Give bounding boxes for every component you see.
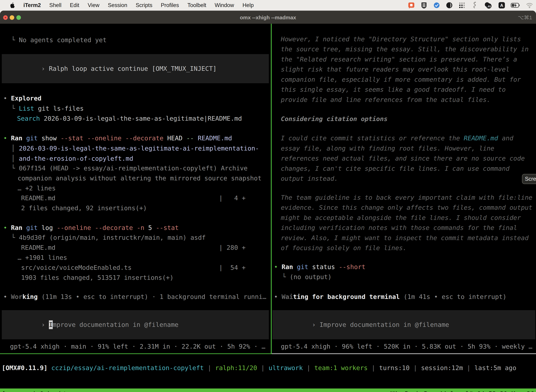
thinking-line: slight risk that future readers may over… — [281, 65, 509, 74]
explored-list-line: └ List git ls-files — [11, 104, 84, 113]
apple-logo-icon[interactable] — [10, 2, 15, 8]
thinking-heading: Considering citation options — [281, 115, 388, 123]
stat-row-2: README.md| 280 + — [21, 243, 55, 252]
omx-status-bar: [OMX#0.11.9] cczip/essay/ai-reimplementa… — [2, 364, 516, 372]
menu-status-icons: ..61 A — [408, 2, 533, 9]
commit-line-wrap: companion analysis without altering the … — [18, 174, 262, 183]
shield-grid-icon[interactable] — [420, 2, 428, 9]
dots-grid-icon[interactable] — [458, 2, 466, 9]
working-status-line: • Working (11m 13s • esc to interrupt) ·… — [3, 292, 266, 301]
wrapped-filename-2: │ and-the-erosion-of-copyleft.md — [11, 154, 133, 163]
thinking-line: However, I noticed the "Directory Struct… — [281, 35, 521, 44]
inactive-pane-bottom-border — [272, 353, 536, 354]
battery-icon[interactable] — [511, 2, 521, 9]
right-input-prompt: › — [312, 321, 320, 328]
screen-share-overlay[interactable]: Scre — [522, 174, 536, 184]
thinking-line: this single essay, it seems like a good … — [281, 85, 506, 94]
window-shortcut-badge: ⌥⌘1 — [518, 11, 532, 24]
thinking-line: provide file and line references from th… — [281, 95, 490, 104]
more-lines-1: … +2 lines — [18, 184, 56, 193]
explored-header: • Explored — [3, 94, 42, 103]
menu-item-view[interactable]: View — [88, 2, 100, 9]
verified-badge-icon[interactable] — [433, 2, 440, 9]
thinking-line: the source tree, missing the essay. Stil… — [281, 45, 529, 54]
menu-item-help[interactable]: Help — [243, 2, 254, 9]
ran-git-log-line: • Ran git log --oneline --decorate -n 5 … — [3, 223, 179, 232]
right-input-text: Improve documentation in @filename — [320, 321, 449, 328]
stat-delta-2: | 280 + — [219, 243, 246, 252]
macos-menu-bar: iTerm2 Shell Edit View Session Scripts P… — [0, 0, 536, 10]
terminal-content: └ No agents completed yet › Ralph loop a… — [0, 24, 536, 392]
menu-item-app[interactable]: iTerm2 — [23, 2, 41, 9]
thinking-line: of focusing solely on file lines. — [281, 244, 407, 252]
stat-row-3: src/voice/voiceModeEnabled.ts| 54 + — [21, 263, 132, 272]
active-pane-bottom-border — [0, 353, 271, 354]
a-square-label: A — [500, 3, 503, 8]
menu-item-shell[interactable]: Shell — [49, 2, 61, 9]
inject-text: Ralph loop active continue [OMX_TMUX_INJ… — [49, 65, 217, 72]
menu-item-window[interactable]: Window — [215, 2, 234, 9]
text-cursor: I — [49, 320, 53, 329]
pane-divider[interactable] — [271, 24, 272, 354]
stat-delta-1: | 4 + — [219, 194, 246, 202]
no-output-line: └ (no output) — [282, 273, 332, 281]
wrapped-filename-1: │ 2026-03-09-is-legal-the-same-as-legiti… — [11, 144, 259, 153]
commit-line: └ 067f154 (HEAD -> essay/ai-reimplementa… — [11, 164, 248, 173]
menu-item-session[interactable]: Session — [108, 2, 127, 9]
right-prompt-input[interactable]: › Improve documentation in @filename — [273, 310, 535, 339]
right-model-status-line: gpt-5.4 xhigh · 96% left · 520K in · 5.8… — [281, 342, 532, 351]
window-title: omx --xhigh --madmax — [0, 11, 536, 24]
wifi-icon[interactable] — [526, 2, 533, 9]
left-input-prompt: › — [41, 321, 49, 328]
waiting-status-line: • Waiting for background terminal (1m 41… — [274, 292, 507, 301]
menu-item-toolbelt[interactable]: Toolbelt — [187, 2, 206, 9]
thinking-line: references need actual files, and since … — [281, 154, 525, 163]
window-titlebar[interactable]: omx --xhigh --madmax ⌥⌘1 — [0, 10, 536, 24]
explored-search-line: Search 2026-03-09-is-legal-the-same-as-l… — [17, 114, 242, 123]
screen-share-overlay-label: Scre — [525, 176, 536, 182]
left-input-text: mprove documentation in @filename — [53, 321, 178, 328]
stat-delta-3: | 54 + — [219, 263, 246, 272]
battery-percent-label: ..61 — [487, 5, 491, 8]
thinking-line: The team guideline is to back every impo… — [281, 193, 532, 202]
ran-git-status-line: • Ran git status --short — [274, 263, 365, 271]
more-lines-2: … +1901 lines — [18, 253, 67, 262]
battery-percent-badge[interactable]: ..61 — [483, 2, 493, 9]
thinking-line: might be acceptable alongside the file l… — [281, 213, 521, 222]
stat-row-1: README.md| 4 + — [21, 194, 55, 202]
log-commit-line: └ 4b9d30f (origin/main, instructkr/main,… — [11, 233, 206, 242]
thinking-line: output instead. — [281, 174, 338, 183]
thinking-line: the "Related research writing" section i… — [281, 55, 517, 64]
thinking-line: changes, I can't cite specific file line… — [281, 164, 509, 173]
thinking-line: essay file, along with finding root file… — [281, 144, 494, 153]
screen-share-icon[interactable] — [408, 2, 415, 9]
stat-summary-3: 1903 files changed, 513517 insertions(+) — [21, 273, 174, 282]
menu-item-edit[interactable]: Edit — [70, 2, 79, 9]
a-square-icon[interactable]: A — [498, 2, 505, 9]
left-model-status-line: gpt-5.4 xhigh · main · 91% left · 2.31M … — [10, 342, 265, 351]
tmux-status-bar: [omx-cczip0:bash* "MacBook-Pro-44.local"… — [0, 388, 536, 392]
inject-banner: › Ralph loop active continue [OMX_TMUX_I… — [2, 54, 269, 83]
menu-item-scripts[interactable]: Scripts — [136, 2, 153, 9]
thinking-line: evidence. Since this change only affects… — [281, 203, 532, 212]
menu-item-profiles[interactable]: Profiles — [161, 2, 179, 9]
left-prompt-input[interactable]: › Improve documentation in @filename — [2, 310, 269, 339]
no-agents-line: └ No agents completed yet — [11, 36, 107, 44]
ran-git-show-line: • Ran git show --stat --oneline --decora… — [3, 134, 232, 143]
dragon-icon[interactable] — [471, 2, 478, 9]
tmux-host-clock: "MacBook-Pro-44.local" 04:52 31-Mar-26 — [389, 390, 534, 392]
thinking-line: including verification notes with those … — [281, 223, 517, 232]
tmux-session-label[interactable]: [omx-cczip0:bash* — [2, 390, 67, 392]
inject-prompt: › — [41, 65, 49, 72]
thinking-line: review. Also, I might want to inspect th… — [281, 233, 529, 242]
thinking-line: companion file, especially if more comme… — [281, 75, 521, 84]
keynote-icon[interactable] — [446, 2, 453, 9]
stat-summary-1: 2 files changed, 92 insertions(+) — [21, 204, 147, 213]
thinking-line: I could cite commit statistics or refere… — [281, 134, 513, 143]
iterm-window: omx --xhigh --madmax ⌥⌘1 └ No agents com… — [0, 10, 536, 392]
